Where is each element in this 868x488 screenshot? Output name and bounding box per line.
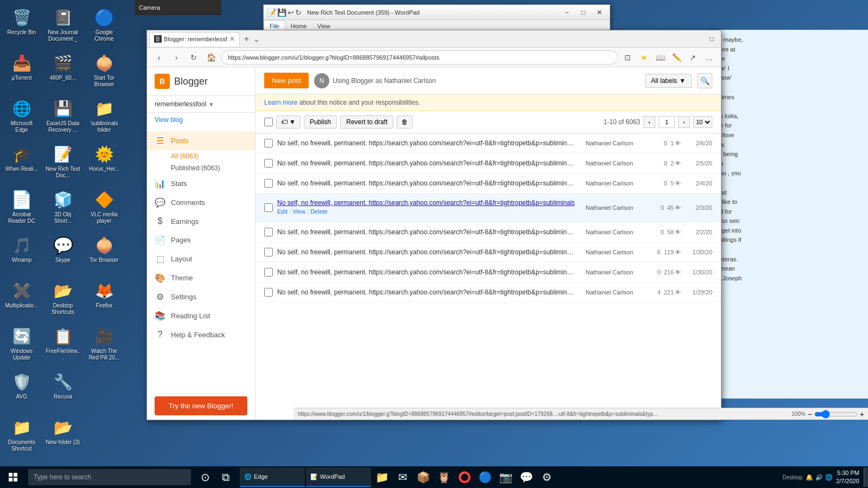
- desktop-icon-new-journal[interactable]: 📓 New Journal Document _: [43, 4, 82, 48]
- post-checkbox-5[interactable]: [264, 228, 273, 236]
- taskbar-tripadvisor-icon[interactable]: 🦉: [434, 467, 454, 487]
- desktop-icon-desktop-shortcuts[interactable]: 📂 Desktop Shortcuts: [43, 278, 82, 321]
- browser-minimize-button[interactable]: −: [705, 23, 719, 34]
- taskbar-skype-taskbar-icon[interactable]: 💬: [516, 467, 536, 487]
- tab-menu-icon[interactable]: ⌄: [253, 35, 260, 43]
- sidebar-item-earnings[interactable]: $ Earnings: [147, 212, 255, 230]
- desktop-icon-edge[interactable]: 🌐 Microsoft Edge: [2, 95, 41, 139]
- all-labels-button[interactable]: All labels ▼: [645, 74, 692, 88]
- desktop-icon-freefile[interactable]: 📋 FreeFileView...: [43, 323, 82, 367]
- try-new-blogger-button[interactable]: Try the new Blogger!: [155, 396, 247, 415]
- desktop-icon-horus[interactable]: 🌞 Horus_Her...: [85, 141, 124, 184]
- refresh-button[interactable]: ↻: [186, 50, 201, 65]
- taskbar-amazon-icon[interactable]: 📦: [413, 467, 433, 487]
- revert-to-draft-button[interactable]: Revert to draft: [340, 115, 393, 129]
- post-row[interactable]: No self, no freewill, permanent. https:/…: [256, 153, 721, 174]
- desktop-icon-winamp[interactable]: 🎵 Winamp: [2, 232, 41, 275]
- taskbar-app-edge[interactable]: 🌐 Edge: [240, 467, 305, 487]
- desktop-icon-480p[interactable]: 🎬 480P_60...: [43, 50, 82, 93]
- desktop-icon-documents-shortcut[interactable]: 📁 Documents Shortcut: [2, 414, 41, 458]
- post-row[interactable]: No self, no freewill, permanent. https:/…: [256, 222, 721, 242]
- taskbar-circle-icon[interactable]: ⭕: [455, 467, 474, 487]
- desktop-icon-acrobat[interactable]: 📄 Acrobat Reader DC: [2, 187, 41, 230]
- desktop-icon-skype[interactable]: 💬 Skype: [43, 232, 82, 275]
- wordpad-undo-icon[interactable]: ↩: [288, 8, 294, 17]
- post-row[interactable]: No self, no freewill, permanent. https:/…: [256, 174, 721, 194]
- desktop-icon-firefox[interactable]: 🦊 Firefox: [85, 278, 124, 321]
- home-button[interactable]: 🏠: [203, 50, 219, 65]
- new-tab-button[interactable]: +: [242, 34, 251, 44]
- browser-restore-button[interactable]: □: [705, 34, 719, 44]
- browser-tab-blogger[interactable]: 🅱 Blogger: rememberlessf ✕: [149, 32, 240, 46]
- sidebar-published-posts[interactable]: Published (6063): [147, 162, 255, 174]
- sidebar-item-stats[interactable]: 📊 Stats: [147, 174, 255, 193]
- desktop-icon-easeus[interactable]: 💾 EaseUS Data Recovery ...: [43, 95, 82, 139]
- view-blog-link[interactable]: View blog: [147, 113, 255, 127]
- search-posts-button[interactable]: 🔍: [697, 73, 712, 88]
- post-row[interactable]: No self, no freewill, permanent. https:/…: [256, 133, 721, 153]
- reading-view-button[interactable]: 📖: [653, 50, 668, 65]
- post-checkbox-8[interactable]: [264, 288, 273, 297]
- post-row[interactable]: No self, no freewill, permanent. https:/…: [256, 242, 721, 262]
- zoom-slider[interactable]: [814, 410, 858, 419]
- sidebar-item-posts[interactable]: ☰ Posts: [147, 131, 255, 150]
- posts-area[interactable]: 🏷 ▼ Publish Revert to draft 🗑 1-10 of 60…: [256, 111, 721, 420]
- wordpad-maximize-button[interactable]: □: [576, 7, 590, 18]
- desktop-icon-when-reality[interactable]: 🎓 When Reali...: [2, 141, 41, 184]
- notice-learn-more-link[interactable]: Learn more: [264, 99, 297, 106]
- post-checkbox-7[interactable]: [264, 268, 273, 277]
- taskbar-chrome-taskbar-icon[interactable]: 🔵: [475, 467, 495, 487]
- sidebar-item-theme[interactable]: 🎨 Theme: [147, 268, 255, 287]
- desktop-icon-recycle-bin[interactable]: 🗑️ Recycle Bin: [2, 4, 41, 48]
- post-title-4[interactable]: No self, no freewill, permanent. https:/…: [277, 199, 575, 207]
- new-post-button[interactable]: New post: [264, 73, 309, 88]
- address-bar[interactable]: [221, 50, 618, 65]
- zoom-in-button[interactable]: +: [860, 410, 864, 419]
- taskbar-mail-icon[interactable]: ✉: [393, 467, 412, 487]
- taskbar-file-explorer-icon[interactable]: 📁: [372, 467, 392, 487]
- sidebar-item-settings[interactable]: ⚙ Settings: [147, 287, 255, 306]
- sidebar-item-reading-list[interactable]: 📚 Reading List: [147, 306, 255, 325]
- sidebar-item-comments[interactable]: 💬 Comments: [147, 193, 255, 212]
- taskbar-app-wordpad[interactable]: 📝 WordPad: [306, 467, 371, 487]
- taskbar-cortana-icon[interactable]: ⊙: [195, 467, 215, 487]
- network-icon[interactable]: 🌐: [825, 474, 833, 481]
- desktop-icon-vlc[interactable]: 🔶 VLC media player: [85, 187, 124, 230]
- show-desktop-button[interactable]: [864, 467, 868, 487]
- favorites-button[interactable]: ★: [636, 50, 652, 65]
- page-number-input[interactable]: [659, 116, 675, 128]
- notification-icon[interactable]: 🔔: [806, 474, 813, 481]
- publish-button[interactable]: Publish: [304, 115, 337, 129]
- taskbar-settings-taskbar-icon[interactable]: ⚙: [537, 467, 557, 487]
- wordpad-close-button[interactable]: ✕: [592, 7, 607, 18]
- delete-posts-button[interactable]: 🗑: [397, 115, 413, 129]
- forward-button[interactable]: ›: [169, 50, 184, 65]
- browser-view-toggle[interactable]: ⊡: [620, 50, 635, 65]
- start-button[interactable]: [0, 466, 26, 488]
- per-page-select[interactable]: 10 25 50: [693, 116, 712, 128]
- next-page-button[interactable]: ›: [678, 116, 690, 128]
- wordpad-minimize-button[interactable]: −: [560, 7, 574, 18]
- desktop-icon-3dobj[interactable]: 🧊 3D Obj Short...: [43, 187, 82, 230]
- prev-page-button[interactable]: ‹: [643, 116, 655, 128]
- sidebar-item-layout[interactable]: ⬚ Layout: [147, 249, 255, 268]
- sidebar-item-pages[interactable]: 📄 Pages: [147, 230, 255, 249]
- tab-close-button[interactable]: ✕: [229, 35, 235, 43]
- sidebar-all-posts[interactable]: All (6063): [147, 150, 255, 162]
- post-checkbox-4[interactable]: [264, 203, 273, 212]
- select-all-checkbox[interactable]: [264, 118, 273, 126]
- desktop-icon-windows-update[interactable]: 🔄 Windows Update: [2, 323, 41, 367]
- desktop-icon-avg[interactable]: 🛡️ AVG: [2, 369, 41, 412]
- post-row[interactable]: No self, no freewill, permanent. https:/…: [256, 194, 721, 222]
- sidebar-item-help[interactable]: ? Help & Feedback: [147, 325, 255, 344]
- label-tag-button[interactable]: 🏷 ▼: [276, 115, 301, 129]
- desktop-icon-google-chrome[interactable]: 🔵 Google Chrome: [85, 4, 124, 48]
- desktop-icon-subliminals[interactable]: 📁 'subliminals folder: [85, 95, 124, 139]
- post-view-link-4[interactable]: View: [292, 208, 305, 215]
- desktop-icon-new-folder[interactable]: 📂 New folder (3): [43, 414, 82, 458]
- wordpad-refresh-icon[interactable]: ↻: [295, 8, 302, 17]
- share-button[interactable]: ↗: [685, 50, 700, 65]
- volume-icon[interactable]: 🔊: [815, 474, 823, 481]
- blog-selector[interactable]: rememberlessfool ▼: [147, 96, 255, 113]
- desktop-icon-recuva[interactable]: 🔧 Recuva: [43, 369, 82, 412]
